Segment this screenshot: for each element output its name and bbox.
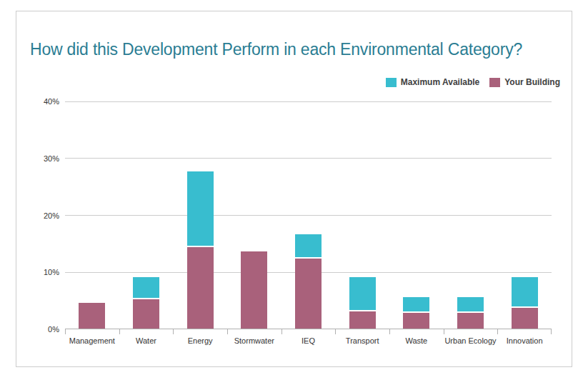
y-axis-labels: 0%10%20%30%40%: [22, 101, 59, 329]
bar-group-energy: [187, 101, 214, 329]
legend-label-your-building: Your Building: [504, 77, 560, 87]
legend: Maximum Available Your Building: [386, 77, 560, 87]
axis-tick: [173, 329, 174, 334]
x-axis-label-management: Management: [69, 336, 115, 345]
x-axis-label-transport: Transport: [346, 336, 379, 345]
bar-segment-your-building-waste: [403, 313, 429, 329]
y-axis-label-40pct: 40%: [44, 97, 59, 106]
bar-group-stormwater: [241, 101, 267, 329]
bar-group-urban-ecology: [457, 101, 484, 329]
legend-label-maximum-available: Maximum Available: [401, 77, 479, 87]
bar-segment-your-building-ieq: [295, 259, 322, 329]
chart-panel: How did this Development Perform in each…: [16, 11, 572, 367]
x-axis-label-stormwater: Stormwater: [234, 336, 274, 345]
bar-segment-maximum-available-innovation: [512, 277, 538, 307]
y-axis-label-10pct: 10%: [44, 268, 59, 276]
y-axis-label-30pct: 30%: [44, 154, 59, 163]
x-axis-label-waste: Waste: [405, 336, 427, 345]
bar-group-ieq: [295, 101, 322, 329]
bar-segment-maximum-available-ieq: [295, 234, 322, 259]
bar-segment-your-building-urban-ecology: [457, 313, 484, 329]
x-axis-label-ieq: IEQ: [302, 336, 315, 345]
bar-segment-your-building-innovation: [512, 308, 538, 329]
legend-item-your-building[interactable]: Your Building: [489, 77, 560, 87]
legend-swatch-your-building: [489, 78, 500, 87]
bar-group-waste: [403, 101, 429, 329]
bar-group-transport: [349, 101, 376, 329]
bar-group-innovation: [512, 101, 538, 329]
axis-tick: [444, 329, 444, 334]
bar-segment-maximum-available-waste: [403, 297, 429, 313]
bar-group-water: [133, 101, 159, 329]
legend-item-maximum-available[interactable]: Maximum Available: [386, 77, 479, 87]
axis-tick: [227, 329, 228, 334]
bar-segment-your-building-energy: [187, 247, 214, 329]
axis-tick: [497, 329, 498, 334]
chart-title: How did this Development Perform in each…: [30, 40, 522, 59]
x-axis-label-water: Water: [136, 336, 156, 345]
bar-segment-your-building-management: [79, 303, 105, 329]
bar-segment-maximum-available-water: [133, 277, 159, 299]
y-axis-label-20pct: 20%: [44, 211, 59, 220]
y-axis-label-0pct: 0%: [48, 325, 59, 334]
x-axis-label-innovation: Innovation: [507, 336, 543, 345]
chart-plot: [65, 101, 552, 329]
bar-segment-maximum-available-energy: [187, 171, 214, 247]
bar-group-management: [79, 101, 105, 329]
axis-tick: [335, 329, 336, 334]
axis-tick: [281, 329, 282, 334]
bar-segment-maximum-available-urban-ecology: [457, 297, 484, 313]
bar-segment-your-building-water: [133, 299, 159, 329]
axis-tick: [389, 329, 390, 334]
axis-tick: [551, 329, 552, 334]
axis-tick: [65, 329, 66, 334]
bar-segment-maximum-available-transport: [349, 277, 376, 311]
x-axis-labels: ManagementWaterEnergyStormwaterIEQTransp…: [65, 336, 552, 348]
legend-swatch-maximum-available: [386, 78, 397, 87]
x-axis-label-energy: Energy: [188, 336, 213, 345]
axis-tick: [119, 329, 120, 334]
bar-segment-your-building-stormwater: [241, 251, 267, 329]
x-axis-label-urban-ecology: Urban Ecology: [444, 336, 496, 345]
bar-segment-your-building-transport: [349, 311, 376, 329]
